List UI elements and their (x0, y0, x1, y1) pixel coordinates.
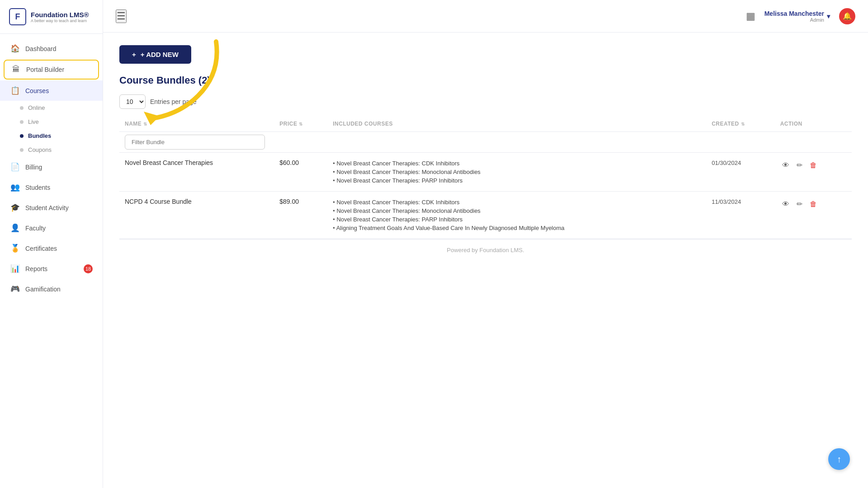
user-text: Melissa Manchester Admin (764, 10, 824, 23)
sidebar: F Foundation LMS® A better way to teach … (0, 0, 103, 488)
filter-row (119, 132, 852, 153)
sidebar-item-dashboard[interactable]: 🏠 Dashboard (0, 38, 103, 59)
course-item: Novel Breast Cancer Therapies: CDK Inhib… (333, 159, 701, 168)
subnav-online[interactable]: Online (20, 101, 103, 115)
sidebar-logo: F Foundation LMS® A better way to teach … (0, 0, 103, 34)
course-item: Novel Breast Cancer Therapies: Monoclona… (333, 168, 701, 176)
gamification-icon: 🎮 (10, 284, 20, 294)
course-item: Novel Breast Cancer Therapies: CDK Inhib… (333, 198, 701, 206)
cell-price: $89.00 (274, 192, 327, 239)
logo-icon: F (9, 8, 26, 25)
dot-bundles (20, 134, 24, 138)
footer-text: Powered by Foundation LMS. (447, 247, 524, 253)
plus-icon: + (132, 51, 136, 58)
entries-label: Entries per page (150, 98, 197, 105)
col-action-label: ACTION (780, 121, 802, 127)
date-value: 01/30/2024 (712, 160, 741, 166)
filter-bundle-input[interactable] (125, 135, 265, 150)
col-included-courses: INCLUDED COURSES (327, 116, 706, 132)
reports-icon: 📊 (10, 264, 20, 273)
sidebar-item-portal-builder[interactable]: 🏛 Portal Builder (4, 60, 99, 80)
delete-button[interactable]: 🗑 (808, 160, 819, 171)
portal-icon: 🏛 (11, 65, 21, 74)
sidebar-item-label: Faculty (25, 225, 46, 232)
table-controls: 10 25 50 Entries per page (119, 94, 852, 109)
students-icon: 👥 (10, 183, 20, 192)
sidebar-item-reports[interactable]: 📊 Reports 18 (0, 258, 103, 279)
col-name-label: NAME (125, 121, 142, 127)
sidebar-item-student-activity[interactable]: 🎓 Student Activity (0, 197, 103, 218)
home-icon: 🏠 (10, 44, 20, 53)
cell-created: 01/30/2024 (706, 153, 775, 192)
course-item: Novel Breast Cancer Therapies: PARP Inhi… (333, 215, 701, 224)
course-item: Novel Breast Cancer Therapies: PARP Inhi… (333, 176, 701, 185)
faculty-icon: 👤 (10, 223, 20, 233)
notification-bell[interactable]: 🔔 (839, 8, 855, 24)
sidebar-item-courses[interactable]: 📋 Courses (0, 80, 103, 101)
subnav-bundles[interactable]: Bundles (20, 129, 103, 143)
analytics-icon: ▦ (746, 10, 755, 22)
logo-title: Foundation LMS® (31, 11, 89, 19)
dot-online (20, 106, 24, 110)
student-activity-icon: 🎓 (10, 203, 20, 212)
sidebar-item-label: Students (25, 184, 50, 191)
course-item: Aligning Treatment Goals And Value-Based… (333, 224, 701, 232)
scroll-to-top-button[interactable]: ↑ (828, 448, 850, 470)
edit-button[interactable]: ✏ (795, 198, 804, 210)
add-new-button[interactable]: + + ADD NEW (119, 45, 191, 64)
sidebar-item-label: Dashboard (25, 45, 57, 52)
subnav-coupons[interactable]: Coupons (20, 143, 103, 157)
delete-button[interactable]: 🗑 (808, 198, 819, 210)
col-created: CREATED ⇅ (706, 116, 775, 132)
sort-price-icon[interactable]: ⇅ (299, 122, 303, 127)
sidebar-item-label: Student Activity (25, 204, 69, 211)
table-header-row: NAME ⇅ PRICE ⇅ INCLUDED COURSES CREATED … (119, 116, 852, 132)
course-item: Novel Breast Cancer Therapies: Monoclona… (333, 206, 701, 215)
sidebar-item-gamification[interactable]: 🎮 Gamification (0, 279, 103, 299)
view-button[interactable]: 👁 (780, 160, 791, 171)
courses-subnav: Online Live Bundles Coupons (0, 101, 103, 157)
logo-text: Foundation LMS® A better way to teach an… (31, 11, 89, 23)
sort-created-icon[interactable]: ⇅ (741, 122, 745, 127)
hamburger-button[interactable]: ☰ (116, 9, 127, 23)
cell-courses: Novel Breast Cancer Therapies: CDK Inhib… (327, 153, 706, 192)
main-content: ☰ ▦ Melissa Manchester Admin ▾ 🔔 (103, 0, 868, 488)
view-button[interactable]: 👁 (780, 198, 791, 210)
user-info[interactable]: Melissa Manchester Admin ▾ (764, 10, 830, 23)
date-value: 11/03/2024 (712, 198, 741, 205)
bundles-table: NAME ⇅ PRICE ⇅ INCLUDED COURSES CREATED … (119, 116, 852, 239)
page-title: Course Bundles (2) (119, 75, 852, 86)
sidebar-item-students[interactable]: 👥 Students (0, 177, 103, 197)
subnav-bundles-label: Bundles (28, 132, 51, 139)
dot-live (20, 120, 24, 124)
sidebar-item-label: Courses (25, 87, 49, 94)
topbar: ☰ ▦ Melissa Manchester Admin ▾ 🔔 (103, 0, 868, 33)
edit-button[interactable]: ✏ (795, 159, 804, 171)
sidebar-item-certificates[interactable]: 🏅 Certificates (0, 238, 103, 258)
sidebar-item-faculty[interactable]: 👤 Faculty (0, 218, 103, 238)
courses-icon: 📋 (10, 86, 20, 95)
cell-actions: 👁 ✏ 🗑 (775, 192, 852, 239)
table-row: NCPD 4 Course Bundle $89.00 Novel Breast… (119, 192, 852, 239)
reports-badge: 18 (84, 264, 93, 273)
entries-per-page-select[interactable]: 10 25 50 (119, 94, 146, 109)
topbar-left: ☰ (116, 9, 127, 23)
col-action: ACTION (775, 116, 852, 132)
cell-name: Novel Breast Cancer Therapies (119, 153, 274, 192)
cell-actions: 👁 ✏ 🗑 (775, 153, 852, 192)
cell-created: 11/03/2024 (706, 192, 775, 239)
sidebar-item-billing[interactable]: 📄 Billing (0, 157, 103, 177)
cell-name: NCPD 4 Course Bundle (119, 192, 274, 239)
logo-subtitle: A better way to teach and learn (31, 19, 89, 23)
dot-coupons (20, 148, 24, 152)
col-price-label: PRICE (279, 121, 297, 127)
subnav-live-label: Live (28, 118, 39, 125)
subnav-live[interactable]: Live (20, 115, 103, 129)
col-name: NAME ⇅ (119, 116, 274, 132)
sidebar-nav: 🏠 Dashboard 🏛 Portal Builder 📋 Courses O… (0, 34, 103, 488)
sort-name-icon[interactable]: ⇅ (143, 122, 147, 127)
chevron-down-icon: ▾ (827, 13, 830, 20)
sidebar-item-label: Gamification (25, 286, 61, 293)
col-included-label: INCLUDED COURSES (333, 121, 393, 127)
user-role: Admin (810, 17, 824, 23)
